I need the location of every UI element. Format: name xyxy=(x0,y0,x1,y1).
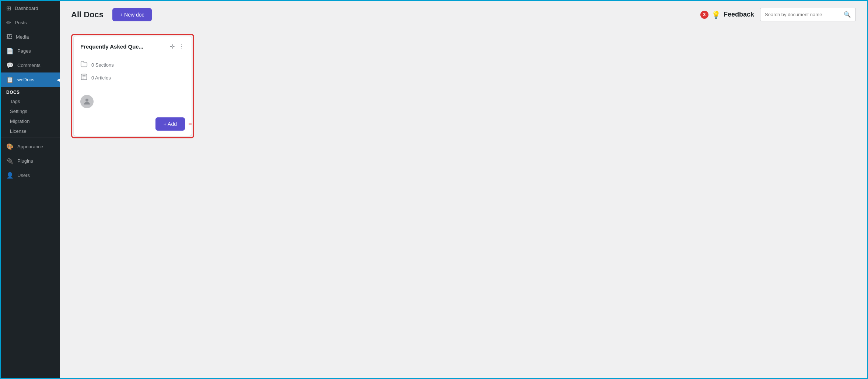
plugins-icon: 🔌 xyxy=(6,157,14,164)
settings-label: Settings xyxy=(10,109,27,114)
feedback-icon: 💡 xyxy=(711,10,721,19)
search-box: 🔍 xyxy=(760,8,856,21)
doc-card-author xyxy=(74,91,192,112)
search-input[interactable] xyxy=(765,12,841,17)
sidebar-item-posts[interactable]: ✏ Posts xyxy=(1,15,60,30)
migration-label: Migration xyxy=(10,118,29,124)
sidebar-item-label: Users xyxy=(17,173,30,178)
sidebar-item-pages[interactable]: 📄 Pages xyxy=(1,44,60,58)
sidebar-item-dashboard[interactable]: ⊞ Dashboard xyxy=(1,1,60,15)
wedocs-section-label: Docs xyxy=(1,87,60,96)
more-options-icon[interactable]: ⋮ xyxy=(178,42,185,50)
svg-point-4 xyxy=(85,99,88,102)
topbar-right: 3 💡 Feedback 🔍 xyxy=(700,8,856,21)
sidebar-item-comments[interactable]: 💬 Comments xyxy=(1,58,60,72)
content-area: Frequently Asked Que... ✛ ⋮ 0 Sections xyxy=(60,26,867,378)
sidebar-item-label: weDocs xyxy=(17,77,34,82)
sidebar-item-label: Dashboard xyxy=(15,6,38,11)
wedocs-icon: 📋 xyxy=(6,76,14,83)
comments-icon: 💬 xyxy=(6,62,14,69)
sidebar-item-label: Appearance xyxy=(17,144,43,149)
search-icon: 🔍 xyxy=(844,11,851,18)
page-title: All Docs xyxy=(71,10,104,20)
doc-title[interactable]: Frequently Asked Que... xyxy=(80,43,166,50)
sidebar-item-appearance[interactable]: 🎨 Appearance xyxy=(1,139,60,154)
avatar xyxy=(80,95,94,108)
drag-icon[interactable]: ✛ xyxy=(170,43,175,50)
feedback-badge: 3 xyxy=(700,11,708,19)
users-icon: 👤 xyxy=(6,172,14,179)
articles-stat: 0 Articles xyxy=(80,73,185,82)
sidebar-item-tags[interactable]: Tags xyxy=(1,96,60,106)
sections-stat: 0 Sections xyxy=(80,60,185,70)
tags-label: Tags xyxy=(10,99,20,104)
sidebar-item-users[interactable]: 👤 Users xyxy=(1,168,60,183)
add-button[interactable]: + Add xyxy=(155,117,185,131)
appearance-icon: 🎨 xyxy=(6,143,14,150)
feedback-area: 3 💡 Feedback xyxy=(700,10,754,19)
sidebar-item-settings[interactable]: Settings xyxy=(1,106,60,116)
doc-card-footer: + Add xyxy=(74,112,192,136)
article-icon xyxy=(80,73,88,82)
sidebar-item-label: Media xyxy=(16,34,29,40)
doc-card: Frequently Asked Que... ✛ ⋮ 0 Sections xyxy=(74,36,192,136)
sidebar-item-label: Plugins xyxy=(17,158,33,164)
sidebar-item-label: Comments xyxy=(17,63,41,68)
folder-icon xyxy=(80,60,88,70)
topbar: All Docs + New doc 3 💡 Feedback 🔍 xyxy=(60,1,867,26)
sidebar-divider xyxy=(1,138,60,138)
sidebar-item-plugins[interactable]: 🔌 Plugins xyxy=(1,154,60,168)
articles-count: 0 Articles xyxy=(91,75,111,81)
sections-count: 0 Sections xyxy=(91,62,114,68)
feedback-label[interactable]: Feedback xyxy=(724,11,754,18)
doc-card-header: Frequently Asked Que... ✛ ⋮ xyxy=(74,36,192,55)
doc-card-body: 0 Sections 0 Articles xyxy=(74,55,192,91)
sidebar-item-label: Posts xyxy=(15,20,27,25)
sidebar-item-license[interactable]: License xyxy=(1,126,60,136)
annotation-arrow xyxy=(185,118,192,130)
new-doc-button[interactable]: + New doc xyxy=(112,8,152,21)
sidebar-item-label: Pages xyxy=(17,48,31,54)
license-label: License xyxy=(10,128,27,134)
arrow-container: + Add xyxy=(155,117,185,131)
main-content: All Docs + New doc 3 💡 Feedback 🔍 Freque… xyxy=(60,1,867,378)
sidebar-item-wedocs[interactable]: 📋 weDocs ◀ xyxy=(1,72,60,87)
media-icon: 🖼 xyxy=(6,33,12,40)
pages-icon: 📄 xyxy=(6,47,14,54)
sidebar: ⊞ Dashboard ✏ Posts 🖼 Media 📄 Pages 💬 Co… xyxy=(1,1,60,378)
sidebar-item-migration[interactable]: Migration xyxy=(1,116,60,126)
sidebar-item-media[interactable]: 🖼 Media xyxy=(1,30,60,44)
posts-icon: ✏ xyxy=(6,19,11,26)
highlight-border: Frequently Asked Que... ✛ ⋮ 0 Sections xyxy=(71,34,194,138)
dashboard-icon: ⊞ xyxy=(6,5,11,12)
